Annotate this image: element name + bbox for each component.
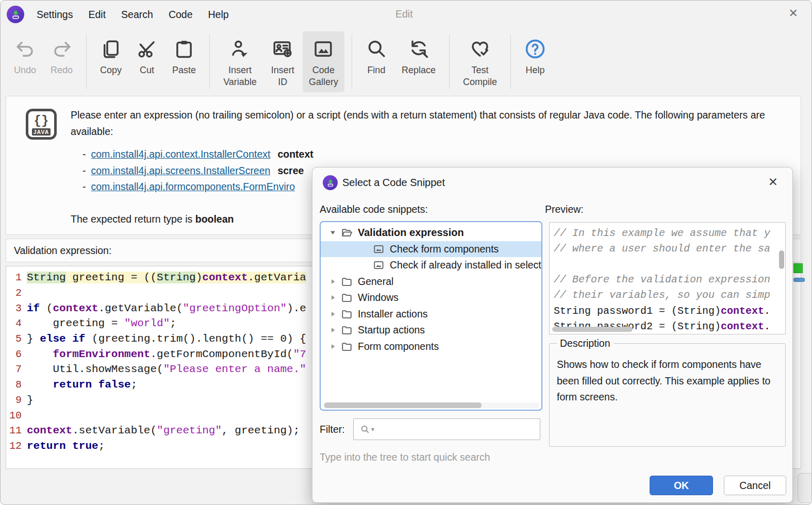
- api-link-installerscreen[interactable]: com.install4j.api.screens.InstallerScree…: [91, 165, 271, 177]
- tree-item-label: Check if already installed in select: [390, 259, 541, 271]
- toolbar-button-label: Find: [367, 64, 385, 76]
- filter-field[interactable]: ▾: [353, 418, 540, 440]
- dialog-close-icon[interactable]: ✕: [768, 175, 778, 189]
- replace-icon: [408, 36, 429, 62]
- ok-button[interactable]: OK: [650, 476, 713, 495]
- parameter-row: -com.install4j.api.formcomponents.FormEn…: [82, 181, 313, 197]
- line-number: 1: [6, 272, 27, 283]
- tree-item-validation-expression[interactable]: Validation expression: [321, 225, 541, 241]
- insert-variable-icon: [229, 36, 251, 62]
- tree-item-check-form-components[interactable]: Check form components: [321, 241, 541, 258]
- toolbar-find-button[interactable]: Find: [359, 31, 393, 92]
- snippet-icon: [371, 243, 386, 255]
- collapse-icon[interactable]: [326, 229, 339, 237]
- line-number: 7: [6, 363, 27, 375]
- editor-status-indicator: [793, 263, 803, 273]
- expand-icon[interactable]: [326, 294, 339, 301]
- search-options-caret-icon[interactable]: ▾: [371, 426, 374, 433]
- toolbar-button-label: Copy: [100, 64, 122, 76]
- window-close-icon[interactable]: ✕: [789, 7, 798, 20]
- toolbar-cut-button[interactable]: Cut: [130, 31, 164, 92]
- tree-item-windows[interactable]: Windows: [321, 290, 541, 306]
- toolbar-insert-id-button[interactable]: Insert ID: [265, 31, 301, 92]
- tree-item-label: General: [358, 276, 393, 288]
- toolbar-separator: [86, 35, 87, 89]
- undo-icon: [14, 36, 36, 62]
- filter-input[interactable]: [377, 419, 540, 440]
- return-type-line: The expected return type is boolean: [71, 213, 234, 225]
- description-legend: Description: [557, 338, 614, 349]
- parameter-list: -com.install4j.api.context.InstallerCont…: [82, 148, 313, 197]
- cut-icon: [136, 36, 158, 62]
- code-snippet-dialog: Select a Code Snippet ✕ Available code s…: [312, 167, 793, 503]
- info-text: Please enter an expression (no trailing …: [71, 107, 768, 140]
- toolbar-button-label: Undo: [14, 64, 36, 76]
- preview-line: // In this example we assume that y: [550, 225, 785, 241]
- toolbar-test-compile-button[interactable]: Test Compile: [457, 31, 503, 92]
- cancel-button[interactable]: Cancel: [724, 476, 786, 495]
- tree-horizontal-scrollbar[interactable]: [323, 402, 539, 408]
- tree-item-check-if-already-installed-in-select[interactable]: Check if already installed in select: [321, 257, 541, 274]
- test-compile-icon: [469, 36, 491, 62]
- expand-icon[interactable]: [326, 326, 339, 334]
- menu-code[interactable]: Code: [169, 9, 193, 21]
- preview-pane: // In this example we assume that y// wh…: [549, 222, 786, 334]
- menu-edit[interactable]: Edit: [88, 9, 106, 21]
- toolbar-copy-button[interactable]: Copy: [94, 31, 128, 92]
- background-button-partial: [798, 473, 812, 503]
- parameter-row: -com.install4j.api.screens.InstallerScre…: [82, 165, 313, 181]
- code-gallery-icon: [312, 36, 334, 62]
- description-text: Shows how to check if form components ha…: [557, 357, 778, 406]
- code-text: formEnvironment.getFormComponentById("7: [27, 348, 306, 360]
- tree-item-label: Validation expression: [358, 227, 464, 239]
- preview-label: Preview:: [545, 204, 584, 215]
- toolbar-help-button[interactable]: Help: [518, 31, 552, 92]
- code-text: } else if (greeting.trim().length() == 0…: [27, 333, 306, 345]
- api-link-formenviro[interactable]: com.install4j.api.formcomponents.FormEnv…: [91, 181, 295, 193]
- code-text: return true;: [27, 440, 105, 452]
- toolbar-button-label: Insert Variable: [223, 64, 257, 88]
- tree-item-installer-actions[interactable]: Installer actions: [321, 306, 541, 323]
- api-link-installercontext[interactable]: com.install4j.api.context.InstallerConte…: [91, 148, 271, 160]
- line-number: 12: [6, 440, 27, 452]
- folder-icon: [339, 292, 354, 304]
- menu-settings[interactable]: Settings: [37, 9, 73, 21]
- toolbar-button-label: Help: [525, 64, 544, 76]
- help-icon: [524, 36, 546, 62]
- find-icon: [366, 36, 387, 62]
- preview-horizontal-scrollbar[interactable]: [552, 327, 633, 332]
- bullet: -: [82, 165, 86, 177]
- expand-icon[interactable]: [326, 278, 339, 285]
- line-number: 5: [6, 333, 27, 345]
- toolbar-undo-button: Undo: [8, 31, 42, 92]
- line-number: 8: [6, 379, 27, 391]
- preview-line: // where a user should enter the sa: [550, 241, 785, 256]
- toolbar-replace-button[interactable]: Replace: [395, 31, 442, 92]
- line-number: 4: [6, 317, 27, 329]
- toolbar-button-label: Replace: [402, 64, 436, 76]
- tree-item-general[interactable]: General: [321, 274, 541, 290]
- line-number: 3: [6, 302, 27, 314]
- tree-item-startup-actions[interactable]: Startup actions: [321, 322, 541, 339]
- copy-icon: [100, 36, 122, 62]
- snippet-tree[interactable]: Validation expressionCheck form componen…: [320, 221, 542, 411]
- expand-icon[interactable]: [326, 310, 339, 318]
- toolbar-redo-button: Redo: [44, 31, 79, 92]
- insert-id-icon: [272, 36, 293, 62]
- preview-vertical-scrollbar[interactable]: [779, 250, 784, 269]
- folder-icon: [339, 308, 354, 320]
- expand-icon[interactable]: [326, 343, 339, 350]
- menu-help[interactable]: Help: [208, 9, 229, 21]
- code-text: Util.showMessage("Please enter a name.": [27, 363, 306, 375]
- toolbar-insert-variable-button[interactable]: Insert Variable: [217, 31, 263, 92]
- toolbar-code-gallery-button[interactable]: Code Gallery: [303, 31, 344, 92]
- code-text: return false;: [27, 379, 137, 391]
- preview-line: String password1 = (String)context.: [550, 303, 785, 318]
- filter-label: Filter:: [320, 424, 345, 435]
- return-type-value: boolean: [195, 213, 234, 225]
- tree-item-form-components[interactable]: Form components: [321, 339, 541, 355]
- preview-line: // their variables, so you can simp: [550, 288, 785, 303]
- menu-search[interactable]: Search: [121, 9, 153, 21]
- toolbar-paste-button[interactable]: Paste: [166, 31, 202, 92]
- line-number: 6: [6, 348, 27, 360]
